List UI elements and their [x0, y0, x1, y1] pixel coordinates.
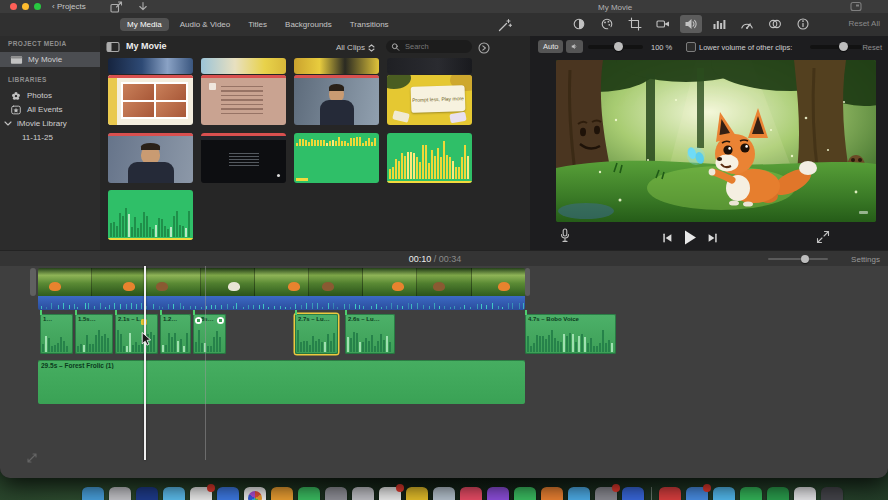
- media-thumbnail-audio-bottom-wave[interactable]: [108, 190, 193, 240]
- sidebar-toggle-icon[interactable]: [106, 41, 120, 53]
- tab-transitions[interactable]: Transitions: [343, 18, 396, 31]
- tab-titles[interactable]: Titles: [241, 18, 274, 31]
- speed-icon[interactable]: [736, 15, 758, 33]
- timeline-audio-clip[interactable]: 2.6s – Lu…: [345, 314, 395, 354]
- dock-app-icon[interactable]: [406, 487, 428, 500]
- dock-app-icon[interactable]: [217, 487, 239, 500]
- timeline-audio-clip[interactable]: 1.5s…: [75, 314, 113, 354]
- dock-app-icon[interactable]: [740, 487, 762, 500]
- download-arrow-icon[interactable]: [137, 1, 149, 13]
- dock-app-icon[interactable]: [595, 487, 617, 500]
- media-thumbnail-terminal[interactable]: [201, 133, 286, 183]
- fade-handle[interactable]: [195, 317, 202, 324]
- sidebar-item-photos[interactable]: Photos: [0, 88, 100, 103]
- clip-volume-slider[interactable]: [588, 45, 643, 49]
- color-palette-icon[interactable]: [596, 15, 618, 33]
- zoom-window-button[interactable]: [34, 3, 41, 10]
- browser-options-icon[interactable]: [478, 42, 490, 54]
- fade-handle[interactable]: [217, 317, 224, 324]
- lower-volume-checkbox[interactable]: [686, 42, 696, 52]
- dock-app-icon[interactable]: [190, 487, 212, 500]
- dock-app-icon[interactable]: [713, 487, 735, 500]
- timeline-zoom-knob[interactable]: [801, 255, 809, 263]
- crop-icon[interactable]: [624, 15, 646, 33]
- timeline-settings-button[interactable]: Settings: [851, 255, 880, 264]
- titlebar-window-icon[interactable]: [850, 1, 862, 12]
- dock-app-icon[interactable]: [271, 487, 293, 500]
- search-field[interactable]: [386, 40, 472, 53]
- clip-trim-handle-right[interactable]: [525, 268, 530, 296]
- dock-app-icon[interactable]: [433, 487, 455, 500]
- reset-button[interactable]: Reset: [862, 43, 882, 52]
- previous-frame-button[interactable]: [661, 232, 674, 244]
- media-thumbnail-presenter[interactable]: [294, 75, 379, 125]
- timeline-zoom-slider[interactable]: [768, 258, 828, 260]
- media-thumbnail-presenter-closeup[interactable]: [108, 133, 193, 183]
- sidebar-item-my-movie[interactable]: My Movie: [0, 52, 100, 67]
- dock-app-icon[interactable]: [460, 487, 482, 500]
- tab-audio-video[interactable]: Audio & Video: [173, 18, 238, 31]
- timeline-audio-clip[interactable]: 1.2…: [160, 314, 191, 354]
- equalizer-icon[interactable]: [708, 15, 730, 33]
- sidebar-item-imovie-library[interactable]: iMovie Library: [0, 116, 100, 131]
- volume-icon[interactable]: [680, 15, 702, 33]
- media-thumbnail-strip-cream[interactable]: [201, 58, 286, 74]
- tab-backgrounds[interactable]: Backgrounds: [278, 18, 339, 31]
- sidebar-item-all-events[interactable]: All Events: [0, 102, 100, 117]
- play-button[interactable]: [682, 229, 698, 246]
- color-balance-icon[interactable]: [568, 15, 590, 33]
- dock-app-icon[interactable]: [821, 487, 843, 500]
- dock-app-icon[interactable]: [82, 487, 104, 500]
- dock-app-icon[interactable]: [541, 487, 563, 500]
- timeline-audio-clip-selected[interactable]: 2.7s – Lu…: [295, 314, 338, 354]
- timeline-audio-clip[interactable]: 1…: [40, 314, 73, 354]
- effects-icon[interactable]: [764, 15, 786, 33]
- next-frame-button[interactable]: [706, 232, 719, 244]
- media-thumbnail-strip-dark[interactable]: [387, 58, 472, 74]
- timeline-music-clip[interactable]: 29.5s – Forest Frolic (1): [38, 360, 525, 404]
- playhead[interactable]: [144, 266, 146, 460]
- dock-app-icon[interactable]: [109, 487, 131, 500]
- fullscreen-icon[interactable]: [816, 230, 830, 244]
- lower-volume-slider[interactable]: [810, 45, 862, 49]
- media-thumbnail-strip-yellow[interactable]: [294, 58, 379, 74]
- video-clip-audio-waveform[interactable]: [38, 296, 525, 310]
- dock-app-icon[interactable]: [325, 487, 347, 500]
- back-to-projects-button[interactable]: ‹ Projects: [52, 2, 86, 11]
- dock-app-icon[interactable]: [298, 487, 320, 500]
- video-clip-filmstrip[interactable]: [38, 268, 525, 296]
- dock-app-icon[interactable]: [622, 487, 644, 500]
- dock-app-icon[interactable]: [379, 487, 401, 500]
- info-icon[interactable]: [792, 15, 814, 33]
- media-thumbnail-promo-card[interactable]: Prompt less, Play more: [387, 75, 472, 125]
- tab-my-media[interactable]: My Media: [120, 18, 169, 31]
- video-viewer[interactable]: [556, 60, 876, 222]
- reset-all-button[interactable]: Reset All: [848, 19, 880, 28]
- dock-app-icon[interactable]: [686, 487, 708, 500]
- timeline-audio-clip[interactable]: 1.8s…: [193, 314, 226, 354]
- dock-app-icon[interactable]: [514, 487, 536, 500]
- media-thumbnail-strip-blue[interactable]: [108, 58, 193, 74]
- enhance-wand-icon[interactable]: [494, 16, 516, 34]
- close-window-button[interactable]: [10, 3, 17, 10]
- clip-filter-dropdown[interactable]: All Clips: [336, 43, 375, 52]
- sidebar-item-event-date[interactable]: 11-11-25: [0, 130, 100, 145]
- search-input[interactable]: [403, 41, 467, 52]
- clip-volume-knob[interactable]: [614, 42, 623, 51]
- auto-volume-button[interactable]: Auto: [538, 40, 563, 53]
- media-thumbnail-document[interactable]: [201, 75, 286, 125]
- dock-app-icon[interactable]: [244, 487, 266, 500]
- dock-app-icon[interactable]: [568, 487, 590, 500]
- clip-trim-handle-left[interactable]: [30, 268, 36, 296]
- voiceover-mic-icon[interactable]: [558, 228, 572, 244]
- media-thumbnail-webpage-grid[interactable]: [108, 75, 193, 125]
- stabilization-icon[interactable]: [652, 15, 674, 33]
- dock-app-icon[interactable]: [794, 487, 816, 500]
- lower-volume-knob[interactable]: [839, 42, 848, 51]
- media-thumbnail-audio-top-wave[interactable]: [294, 133, 379, 183]
- dock-app-icon[interactable]: [163, 487, 185, 500]
- dock-app-icon[interactable]: [352, 487, 374, 500]
- media-thumbnail-audio-tall-wave[interactable]: [387, 133, 472, 183]
- minimize-window-button[interactable]: [22, 3, 29, 10]
- dock-app-icon[interactable]: [659, 487, 681, 500]
